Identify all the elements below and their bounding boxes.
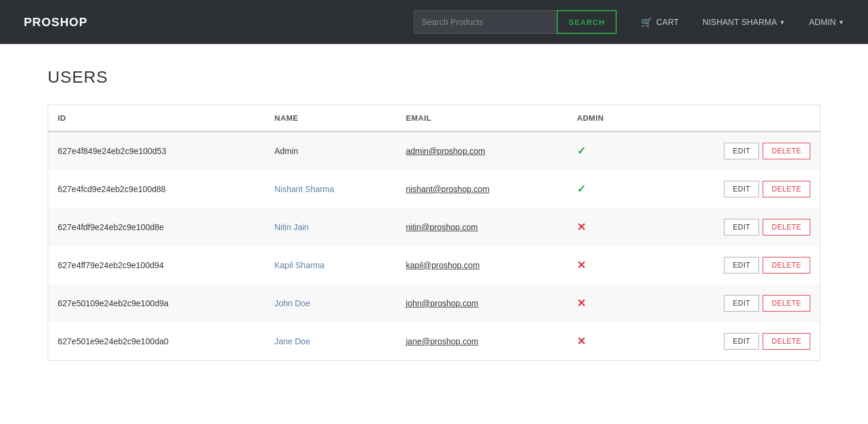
cell-name: Admin bbox=[265, 131, 396, 170]
cell-email: kapil@proshop.com bbox=[396, 246, 567, 284]
table-row: 627e4fdf9e24eb2c9e100d8e Nitin Jain niti… bbox=[48, 208, 820, 246]
cell-id: 627e4ff79e24eb2c9e100d94 bbox=[48, 246, 266, 284]
navbar: PROSHOP SEARCH 🛒 CART NISHANT SHARMA ▼ A… bbox=[0, 0, 868, 44]
main-content: USERS ID NAME EMAIL ADMIN 627e4f849e24eb… bbox=[0, 44, 868, 385]
col-email: EMAIL bbox=[396, 105, 567, 132]
table-row: 627e50109e24eb2c9e100d9a John Doe john@p… bbox=[48, 284, 820, 322]
admin-label: ADMIN bbox=[809, 17, 836, 27]
admin-cross-icon: ✕ bbox=[577, 297, 586, 309]
user-name-label: NISHANT SHARMA bbox=[702, 17, 777, 27]
cell-name: Nishant Sharma bbox=[265, 170, 396, 208]
user-menu[interactable]: NISHANT SHARMA ▼ bbox=[702, 17, 785, 27]
col-actions bbox=[644, 105, 820, 132]
search-button[interactable]: SEARCH bbox=[557, 10, 617, 34]
cell-name: Nitin Jain bbox=[265, 208, 396, 246]
cell-actions: EDIT DELETE bbox=[644, 170, 820, 208]
cell-admin: ✕ bbox=[567, 322, 644, 361]
cart-icon: 🛒 bbox=[641, 17, 652, 28]
cell-email: admin@proshop.com bbox=[396, 131, 567, 170]
cell-admin: ✕ bbox=[567, 246, 644, 284]
email-link[interactable]: jane@proshop.com bbox=[406, 337, 479, 346]
page-title: USERS bbox=[48, 68, 820, 87]
delete-button[interactable]: DELETE bbox=[763, 295, 810, 312]
cell-admin: ✕ bbox=[567, 208, 644, 246]
search-container: SEARCH bbox=[414, 10, 617, 34]
cell-name: Kapil Sharma bbox=[265, 246, 396, 284]
delete-button[interactable]: DELETE bbox=[763, 257, 810, 274]
cell-admin: ✓ bbox=[567, 131, 644, 170]
email-link[interactable]: admin@proshop.com bbox=[406, 146, 485, 156]
delete-button[interactable]: DELETE bbox=[763, 181, 810, 197]
cell-name: Jane Doe bbox=[265, 322, 396, 361]
admin-cross-icon: ✕ bbox=[577, 221, 586, 233]
user-dropdown-arrow: ▼ bbox=[779, 19, 785, 26]
cell-actions: EDIT DELETE bbox=[644, 284, 820, 322]
email-link[interactable]: nishant@proshop.com bbox=[406, 184, 489, 194]
col-name: NAME bbox=[265, 105, 396, 132]
cell-actions: EDIT DELETE bbox=[644, 131, 820, 170]
cell-actions: EDIT DELETE bbox=[644, 208, 820, 246]
delete-button[interactable]: DELETE bbox=[763, 219, 810, 235]
search-input[interactable] bbox=[414, 10, 557, 34]
email-link[interactable]: kapil@proshop.com bbox=[406, 260, 480, 270]
admin-dropdown-arrow: ▼ bbox=[838, 19, 844, 26]
delete-button[interactable]: DELETE bbox=[763, 333, 810, 350]
cell-email: nishant@proshop.com bbox=[396, 170, 567, 208]
cell-actions: EDIT DELETE bbox=[644, 246, 820, 284]
brand-logo[interactable]: PROSHOP bbox=[24, 15, 88, 29]
edit-button[interactable]: EDIT bbox=[724, 143, 759, 159]
table-row: 627e4f849e24eb2c9e100d53 Admin admin@pro… bbox=[48, 131, 820, 170]
table-row: 627e4fcd9e24eb2c9e100d88 Nishant Sharma … bbox=[48, 170, 820, 208]
cell-admin: ✓ bbox=[567, 170, 644, 208]
delete-button[interactable]: DELETE bbox=[763, 143, 810, 159]
cell-email: john@proshop.com bbox=[396, 284, 567, 322]
cell-id: 627e4fdf9e24eb2c9e100d8e bbox=[48, 208, 266, 246]
users-table: ID NAME EMAIL ADMIN 627e4f849e24eb2c9e10… bbox=[48, 105, 820, 361]
cell-id: 627e50109e24eb2c9e100d9a bbox=[48, 284, 266, 322]
email-link[interactable]: nitin@proshop.com bbox=[406, 222, 478, 232]
edit-button[interactable]: EDIT bbox=[724, 257, 759, 274]
cell-name: John Doe bbox=[265, 284, 396, 322]
cart-label: CART bbox=[656, 17, 679, 27]
edit-button[interactable]: EDIT bbox=[724, 295, 759, 312]
cart-link[interactable]: 🛒 CART bbox=[641, 17, 679, 28]
table-row: 627e501e9e24eb2c9e100da0 Jane Doe jane@p… bbox=[48, 322, 820, 361]
cell-actions: EDIT DELETE bbox=[644, 322, 820, 361]
edit-button[interactable]: EDIT bbox=[724, 181, 759, 197]
admin-cross-icon: ✕ bbox=[577, 335, 586, 347]
admin-check-icon: ✓ bbox=[577, 145, 586, 157]
admin-check-icon: ✓ bbox=[577, 183, 586, 195]
cell-email: nitin@proshop.com bbox=[396, 208, 567, 246]
cell-id: 627e501e9e24eb2c9e100da0 bbox=[48, 322, 266, 361]
cell-admin: ✕ bbox=[567, 284, 644, 322]
admin-cross-icon: ✕ bbox=[577, 259, 586, 271]
cell-id: 627e4f849e24eb2c9e100d53 bbox=[48, 131, 266, 170]
admin-menu[interactable]: ADMIN ▼ bbox=[809, 17, 844, 27]
cell-email: jane@proshop.com bbox=[396, 322, 567, 361]
col-id: ID bbox=[48, 105, 266, 132]
table-row: 627e4ff79e24eb2c9e100d94 Kapil Sharma ka… bbox=[48, 246, 820, 284]
table-header: ID NAME EMAIL ADMIN bbox=[48, 105, 820, 132]
edit-button[interactable]: EDIT bbox=[724, 219, 759, 235]
col-admin: ADMIN bbox=[567, 105, 644, 132]
email-link[interactable]: john@proshop.com bbox=[406, 299, 479, 308]
table-body: 627e4f849e24eb2c9e100d53 Admin admin@pro… bbox=[48, 131, 820, 361]
cell-id: 627e4fcd9e24eb2c9e100d88 bbox=[48, 170, 266, 208]
edit-button[interactable]: EDIT bbox=[724, 333, 759, 350]
